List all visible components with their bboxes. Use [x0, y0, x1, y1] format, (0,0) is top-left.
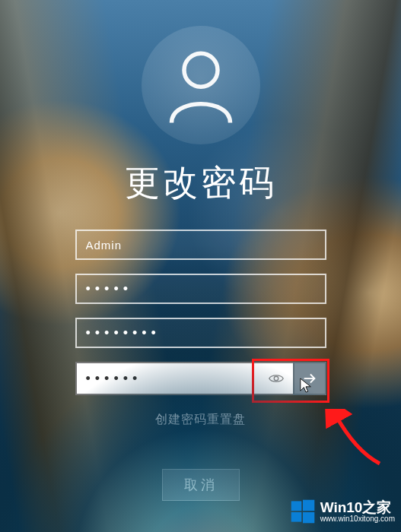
- user-avatar: [142, 26, 260, 144]
- username-row: [75, 230, 326, 260]
- new-password-row: [75, 318, 326, 348]
- svg-rect-5: [291, 512, 301, 522]
- create-reset-disk-link[interactable]: 创建密码重置盘: [155, 412, 246, 428]
- reveal-password-button[interactable]: [259, 362, 293, 395]
- svg-point-0: [184, 53, 218, 87]
- arrow-right-icon: [301, 370, 318, 387]
- page-title: 更改密码: [125, 160, 277, 207]
- old-password-row: [75, 274, 326, 304]
- windows-logo-icon: [290, 499, 316, 524]
- user-icon: [159, 43, 243, 127]
- old-password-input[interactable]: [75, 274, 326, 304]
- fields-group: [75, 230, 326, 395]
- submit-button[interactable]: [293, 362, 326, 395]
- new-password-input[interactable]: [75, 318, 326, 348]
- watermark-url: www.win10xitong.com: [320, 515, 395, 524]
- confirm-password-row: [75, 362, 326, 395]
- svg-rect-3: [291, 501, 301, 511]
- lock-screen-background: 更改密码: [0, 0, 401, 532]
- svg-rect-4: [303, 500, 314, 511]
- svg-point-1: [274, 376, 278, 381]
- eye-icon: [268, 370, 285, 387]
- svg-rect-6: [303, 512, 314, 523]
- username-input[interactable]: [75, 230, 326, 260]
- annotation-arrow: [325, 409, 386, 470]
- change-password-panel: 更改密码: [75, 0, 326, 501]
- watermark: Win10之家 www.win10xitong.com: [290, 499, 395, 524]
- watermark-title: Win10之家: [320, 500, 395, 515]
- cancel-button[interactable]: 取消: [162, 469, 240, 501]
- watermark-text: Win10之家 www.win10xitong.com: [320, 500, 395, 523]
